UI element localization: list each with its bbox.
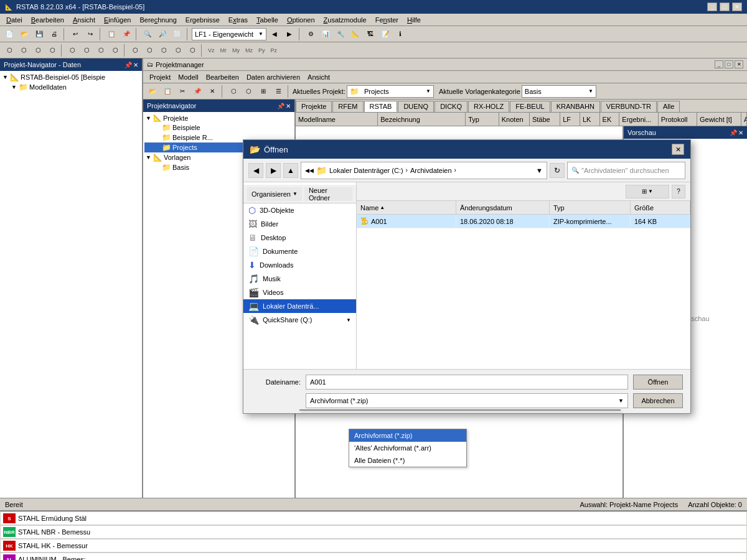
pm-tb-4[interactable]: 📌 <box>190 85 204 98</box>
tb-more5[interactable]: ℹ <box>393 27 407 41</box>
pm-maximize[interactable]: □ <box>725 60 733 68</box>
tab-dickq[interactable]: DICKQ <box>435 101 467 112</box>
pm-preview-close[interactable]: ✕ <box>738 129 743 136</box>
menu-fenster[interactable]: Fenster <box>372 16 402 24</box>
tab-rxholz[interactable]: RX-HOLZ <box>468 101 509 112</box>
pm-nav-close[interactable]: ✕ <box>286 103 291 110</box>
dialog-close-button[interactable]: ✕ <box>672 144 684 155</box>
tree-modelldaten[interactable]: ▼ 📁 Modelldaten <box>1 82 141 92</box>
dropdown-option-all[interactable]: Alle Dateien (*.*) <box>349 454 466 467</box>
file-row-a001[interactable]: 🗜 A001 18.06.2020 08:18 ZIP-komprimierte… <box>357 215 690 228</box>
sidebar-bilder[interactable]: 🖼 Bilder <box>243 217 356 231</box>
filename-input[interactable] <box>306 375 628 390</box>
tb2-11[interactable]: ⬡ <box>157 44 171 57</box>
pm-menu-bearbeiten[interactable]: Bearbeiten <box>202 73 243 82</box>
maximize-button[interactable]: □ <box>720 2 730 11</box>
tb-fit[interactable]: ⬜ <box>171 27 184 41</box>
tb2-9[interactable]: ⬡ <box>128 44 142 57</box>
sidebar-local-drive[interactable]: 💻 Lokaler Datenträ... <box>243 299 356 313</box>
tab-rstab[interactable]: RSTAB <box>364 101 398 112</box>
pm-tb-grid[interactable]: ⊞ <box>256 85 270 98</box>
organize-button[interactable]: Organisieren ▼ <box>247 187 302 201</box>
sidebar-desktop[interactable]: 🖥 Desktop <box>243 231 356 245</box>
lf-dropdown[interactable]: LF1 - Eigengewicht ▼ <box>192 28 266 40</box>
tb2-7[interactable]: ⬡ <box>94 44 108 57</box>
tb2-10[interactable]: ⬡ <box>143 44 156 57</box>
pm-menu-archivieren[interactable]: Daten archivieren <box>243 73 304 82</box>
tb2-3[interactable]: ⬡ <box>31 44 45 57</box>
tb-more3[interactable]: 🏗 <box>364 27 377 41</box>
open-button[interactable]: Öffnen <box>633 375 683 390</box>
pm-menu-modell[interactable]: Modell <box>174 73 202 82</box>
pm-tb-7[interactable]: ⬡ <box>242 85 255 98</box>
pm-tb-list[interactable]: ☰ <box>271 85 285 98</box>
breadcrumb-bar[interactable]: ◀◀ 📁 Lokaler Datenträger (C:) › Archivda… <box>301 162 547 179</box>
sidebar-quickshare[interactable]: 🔌 QuickShare (Q:) ▼ <box>243 313 356 327</box>
bp-item-0[interactable]: S STAHL Ermüdung Stäl <box>1 512 746 525</box>
tb-next[interactable]: ▶ <box>283 27 296 41</box>
tb2-5[interactable]: ⬡ <box>65 44 79 57</box>
pm-tree-beispiele[interactable]: 📁 Beispiele <box>144 123 293 133</box>
menu-einfuegen[interactable]: Einfügen <box>100 16 134 24</box>
pm-minimize[interactable]: _ <box>715 60 723 68</box>
menu-ansicht[interactable]: Ansicht <box>69 16 99 24</box>
tab-febeul[interactable]: FE-BEUL <box>510 101 550 112</box>
pm-preview-pin[interactable]: 📌 <box>730 129 737 136</box>
tb-more2[interactable]: 📐 <box>349 27 362 41</box>
sidebar-musik[interactable]: 🎵 Musik <box>243 272 356 286</box>
bp-item-1[interactable]: NBR STAHL NBR - Bemessu <box>1 526 746 539</box>
pm-tb-6[interactable]: ⬡ <box>227 85 240 98</box>
pm-tree-item-0[interactable]: ▼ 📐 Projekte <box>144 113 293 123</box>
col-header-type[interactable]: Typ <box>550 201 631 214</box>
tab-projekte[interactable]: Projekte <box>296 101 332 112</box>
tb-results[interactable]: 📊 <box>319 27 332 41</box>
col-header-date[interactable]: Änderungsdatum <box>456 201 550 214</box>
vorlage-dropdown[interactable]: Basis ▼ <box>522 85 596 98</box>
back-button[interactable]: ◀ <box>248 163 263 178</box>
pm-menu-projekt[interactable]: Projekt <box>146 73 174 82</box>
tb-more1[interactable]: 🔧 <box>334 27 347 41</box>
sidebar-downloads[interactable]: ⬇ Downloads <box>243 258 356 272</box>
menu-bearbeiten[interactable]: Bearbeiten <box>27 16 68 24</box>
tb-save[interactable]: 💾 <box>32 27 46 41</box>
menu-hilfe[interactable]: Hilfe <box>403 16 425 24</box>
sidebar-dokumente[interactable]: 📄 Dokumente <box>243 245 356 258</box>
nav-pin-icon[interactable]: 📌 <box>125 62 132 68</box>
minimize-button[interactable]: _ <box>707 2 717 11</box>
tb-calc[interactable]: ⚙ <box>304 27 317 41</box>
tab-rfem[interactable]: RFEM <box>332 101 363 112</box>
pm-tb-5[interactable]: ✕ <box>205 85 219 98</box>
dropdown-option-arr[interactable]: 'Altes' Archivformat (*.arr) <box>349 442 466 454</box>
filetype-dropdown[interactable]: Archivformat (*.zip) ▼ <box>306 393 628 408</box>
bp-item-3[interactable]: AL ALUMINIUM - Bemes: <box>1 553 746 560</box>
menu-datei[interactable]: Datei <box>2 16 26 24</box>
pm-close[interactable]: ✕ <box>735 60 743 68</box>
pm-tb-3[interactable]: ✂ <box>176 85 189 98</box>
tb-print[interactable]: 🖨 <box>47 27 61 41</box>
tb2-6[interactable]: ⬡ <box>80 44 93 57</box>
tb2-12[interactable]: ⬡ <box>171 44 185 57</box>
tb2-8[interactable]: ⬡ <box>108 44 122 57</box>
menu-zusatzmodule[interactable]: Zusatzmodule <box>320 16 370 24</box>
menu-extras[interactable]: Extras <box>225 16 251 24</box>
cancel-button[interactable]: Abbrechen <box>633 393 683 408</box>
forward-button[interactable]: ▶ <box>266 163 281 178</box>
tb-prev[interactable]: ◀ <box>268 27 281 41</box>
tb2-4[interactable]: ⬡ <box>45 44 59 57</box>
menu-berechnung[interactable]: Berechnung <box>136 16 180 24</box>
files-help-button[interactable]: ? <box>672 185 685 198</box>
tb-undo[interactable]: ↩ <box>68 27 82 41</box>
sidebar-videos[interactable]: 🎬 Videos <box>243 286 356 299</box>
col-header-size[interactable]: Größe <box>631 201 690 214</box>
tb-more4[interactable]: 📝 <box>378 27 392 41</box>
tb-paste[interactable]: 📌 <box>120 27 133 41</box>
tab-kranbahn[interactable]: KRANBAHN <box>551 101 600 112</box>
pm-tb-1[interactable]: 📂 <box>146 85 159 98</box>
tree-rstab[interactable]: ▼ 📐 RSTAB-Beispiel-05 [Beispie <box>1 72 141 82</box>
nav-close-icon[interactable]: ✕ <box>133 62 138 68</box>
tb2-2[interactable]: ⬡ <box>17 44 31 57</box>
tb2-13[interactable]: ⬡ <box>186 44 199 57</box>
tab-verbund[interactable]: VERBUND-TR <box>601 101 657 112</box>
refresh-button[interactable]: ↻ <box>550 163 565 178</box>
tb-open[interactable]: 📂 <box>17 27 31 41</box>
